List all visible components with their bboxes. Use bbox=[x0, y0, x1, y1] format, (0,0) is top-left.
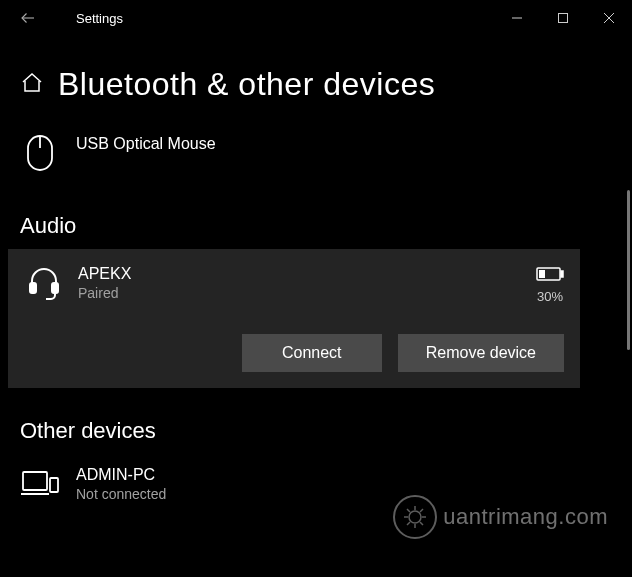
mouse-icon bbox=[20, 133, 60, 173]
section-title-other: Other devices bbox=[8, 388, 624, 454]
svg-line-20 bbox=[407, 509, 410, 512]
watermark-text: uantrimang.com bbox=[443, 504, 608, 530]
audio-device-name: APEKX bbox=[78, 265, 131, 283]
battery-indicator: 30% bbox=[536, 263, 564, 304]
svg-rect-2 bbox=[559, 14, 568, 23]
svg-line-21 bbox=[420, 522, 423, 525]
headset-icon bbox=[24, 263, 64, 303]
back-button[interactable] bbox=[8, 0, 48, 36]
other-device-status: Not connected bbox=[76, 486, 166, 502]
watermark-logo-icon bbox=[393, 495, 437, 539]
page-title: Bluetooth & other devices bbox=[58, 66, 435, 103]
svg-rect-7 bbox=[30, 283, 36, 293]
caption-controls bbox=[494, 0, 632, 36]
other-device-name: ADMIN-PC bbox=[76, 466, 166, 484]
svg-line-22 bbox=[407, 522, 410, 525]
device-row-mouse[interactable]: USB Optical Mouse bbox=[8, 123, 624, 183]
scrollbar[interactable] bbox=[627, 190, 630, 350]
watermark: uantrimang.com bbox=[393, 495, 608, 539]
svg-rect-14 bbox=[50, 478, 58, 492]
minimize-button[interactable] bbox=[494, 0, 540, 36]
page-header: Bluetooth & other devices bbox=[0, 36, 632, 123]
window-title: Settings bbox=[76, 11, 123, 26]
audio-device-status: Paired bbox=[78, 285, 131, 301]
svg-line-23 bbox=[420, 509, 423, 512]
svg-rect-12 bbox=[23, 472, 47, 490]
svg-point-15 bbox=[409, 511, 421, 523]
device-name: USB Optical Mouse bbox=[76, 135, 216, 153]
computer-icon bbox=[20, 464, 60, 504]
section-title-audio: Audio bbox=[8, 183, 624, 249]
titlebar: Settings bbox=[0, 0, 632, 36]
remove-device-button[interactable]: Remove device bbox=[398, 334, 564, 372]
close-button[interactable] bbox=[586, 0, 632, 36]
home-icon[interactable] bbox=[20, 71, 44, 99]
audio-device-card[interactable]: APEKX Paired 30% Connect Remove device bbox=[8, 249, 580, 388]
connect-button[interactable]: Connect bbox=[242, 334, 382, 372]
svg-rect-8 bbox=[52, 283, 58, 293]
battery-percent: 30% bbox=[537, 289, 563, 304]
svg-rect-11 bbox=[539, 270, 545, 278]
maximize-button[interactable] bbox=[540, 0, 586, 36]
svg-rect-10 bbox=[561, 271, 563, 277]
battery-icon bbox=[536, 267, 564, 285]
